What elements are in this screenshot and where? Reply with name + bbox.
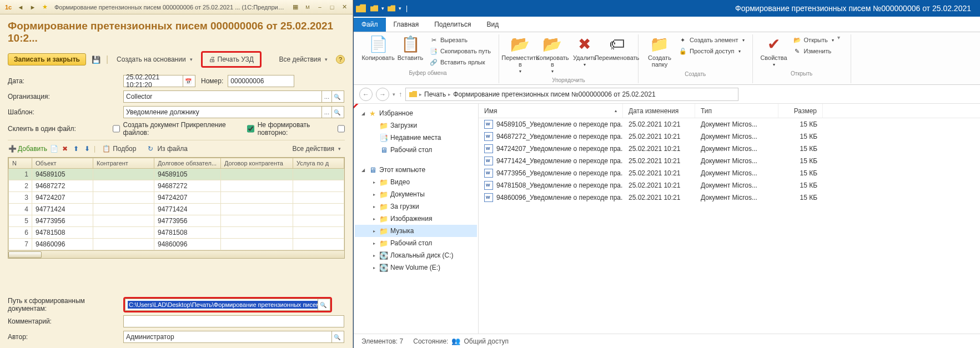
add-button[interactable]: ➕Добавить [8,144,47,153]
ribbon-copy[interactable]: 📄Копировать [363,34,394,62]
chevron-right-icon[interactable]: ▸ [448,92,451,97]
table-row[interactable]: 39472420794724207 [9,192,344,204]
tree-desktop[interactable]: 🖥Рабочий стол [355,144,477,156]
expand-icon[interactable]: ▸ [371,204,377,209]
ribbon-paste[interactable]: 📋Вставить [395,34,426,62]
nav-fwd-button[interactable]: → [376,88,389,101]
ribbon-pastelink[interactable]: 🔗Вставить ярлык [427,57,493,68]
delete-icon[interactable]: ✖ [61,144,69,153]
ribbon-rename[interactable]: 🏷Переименовать [601,34,632,62]
all-actions-button[interactable]: Все действия [275,54,331,65]
template-field[interactable]: Уведомление должнику … 🔍 [123,106,344,118]
number-field[interactable]: 000000006 [228,75,294,87]
ribbon-easyaccess[interactable]: 🔓Простой доступ▾ [676,46,747,57]
col-k[interactable]: Контрагент [93,158,154,169]
nav-up-button[interactable]: ↑ [399,90,402,98]
ribbon-open[interactable]: 📂Открыть▾ [791,34,836,46]
minus-icon[interactable]: − [315,2,325,12]
col-date[interactable]: Дата изменения [623,104,695,118]
file-row[interactable]: 94771424_Уведомление о переходе пра...25… [479,155,980,167]
create-based-button[interactable]: Создать на основании [113,54,197,65]
tree-downloads2[interactable]: ▸📁За грузки [355,200,477,213]
tree-c-drive[interactable]: ▸💽Локальный диск (C:) [355,249,477,261]
expand-icon[interactable]: ▸ [371,253,377,258]
col-service[interactable]: Услуга по д [293,158,344,169]
tree-recent[interactable]: 📑Недавние места [355,132,477,144]
path-field[interactable]: C:\Users\LAD\Desktop\Печать\Формирование… [125,299,330,311]
tab-file[interactable]: Файл [354,18,386,32]
chevron-down-icon[interactable]: ▾ [399,6,401,11]
search-icon[interactable]: 🔍 [331,107,341,118]
tree-music[interactable]: ▸📁Музыка [355,225,477,237]
select-icon[interactable]: … [321,107,331,118]
move-up-icon[interactable]: ⬆ [72,144,81,153]
folder-small-icon[interactable] [370,4,378,12]
file-row[interactable]: 94589105_Уведомление о переходе пра...25… [479,118,980,130]
tree-pictures[interactable]: ▸📁Изображения [355,213,477,225]
file-row[interactable]: 94724207_Уведомление о переходе пра...25… [479,143,980,155]
file-row[interactable]: 94781508_Уведомление о переходе пра...25… [479,179,980,191]
file-row[interactable]: 94860096_Уведомление о переходе пра...25… [479,191,980,204]
tab-share[interactable]: Поделиться [426,18,479,32]
recent-drop-icon[interactable]: ▾ [393,92,395,97]
table-row[interactable]: 79486009694860096 [9,239,344,250]
collapse-icon[interactable]: ◢ [360,111,366,116]
expand-icon[interactable]: ▸ [371,192,377,197]
scroll-thumb[interactable] [8,251,42,258]
expand-icon[interactable]: ▸ [371,216,377,221]
save-close-button[interactable]: Записать и закрыть [8,53,86,65]
chevron-right-icon[interactable]: ▸ [419,92,422,97]
table-row[interactable]: 59477395694773956 [9,215,344,227]
col-name[interactable]: Имя▴ [479,104,623,118]
table-row[interactable]: 69478150894781508 [9,227,344,239]
collapse-icon[interactable]: ◢ [360,168,366,173]
print-uzd-button[interactable]: 🖨 Печать УЗД [205,54,258,65]
nav-back-icon[interactable]: ◄ [16,2,26,12]
breadcrumb-seg-2[interactable]: Формирование претензионных писем №000000… [453,90,655,98]
ribbon-cut[interactable]: ✂Вырезать [427,34,493,46]
file-row[interactable]: 94687272_Уведомление о переходе пра...25… [479,130,980,143]
m-icon[interactable]: M [303,2,313,12]
col-contract[interactable]: Договор контрагента [221,158,293,169]
table-row[interactable]: 19458910594589105 [9,169,344,180]
file-row[interactable]: 94773956_Уведомление о переходе пра...25… [479,167,980,179]
expand-icon[interactable]: ▸ [371,241,377,246]
select-icon[interactable]: … [321,91,331,102]
copy-icon[interactable]: 📄 [49,144,58,153]
grid-hscrollbar[interactable] [8,250,344,258]
author-field[interactable]: Администратор 🔍 [123,331,344,343]
ribbon-delete[interactable]: ✖Удалить▾ [569,34,600,68]
tree-desktop2[interactable]: ▸📁Рабочий стол [355,237,477,249]
favorite-icon[interactable]: ★ [40,2,50,12]
ribbon-edit[interactable]: ✎Изменить [791,46,836,57]
selection-button[interactable]: 📋Подбор [98,143,140,155]
help-icon[interactable]: ? [336,55,345,64]
col-type[interactable]: Тип [695,104,778,118]
calendar-icon[interactable]: 📅 [183,75,193,87]
tree-video[interactable]: ▸📁Видео [355,176,477,188]
move-down-icon[interactable]: ⬇ [83,144,92,153]
ribbon-newfolder[interactable]: 📁Создать папку [644,34,675,69]
col-n[interactable]: N [9,158,32,169]
tree-e-drive[interactable]: ▸💽New Volume (E:) [355,261,477,274]
no-reform-checkbox[interactable] [247,125,254,133]
ribbon-newitem[interactable]: ✦Создать элемент▾ [676,34,747,46]
breadcrumb[interactable]: ▸ Печать ▸ Формирование претензионных пи… [405,88,738,101]
save-icon[interactable]: 💾 [91,54,102,65]
tab-view[interactable]: Вид [479,18,506,32]
chevron-down-icon[interactable]: ▾ [381,6,384,11]
table-row[interactable]: 49477142494771424 [9,204,344,215]
comment-field[interactable] [123,315,344,327]
table-row[interactable]: 29468727294687272 [9,180,344,192]
ribbon-copyto[interactable]: 📂Копировать в▾ [537,34,568,75]
search-icon[interactable]: 🔍 [331,91,341,102]
org-field[interactable]: Collector … 🔍 [123,90,344,103]
breadcrumb-seg-1[interactable]: Печать [424,90,446,98]
expand-icon[interactable]: ▸ [371,180,377,185]
nav-fwd-icon[interactable]: ► [28,2,38,12]
date-field[interactable]: 25.02.2021 10:21:20 📅 [123,75,195,87]
data-grid[interactable]: N Объект Контрагент Долговое обязател...… [8,157,345,259]
list-all-actions-button[interactable]: Все действия [289,143,345,154]
ribbon-copypath[interactable]: 📑Скопировать путь [427,46,493,57]
tree-downloads[interactable]: 📁Загрузки [355,119,477,132]
